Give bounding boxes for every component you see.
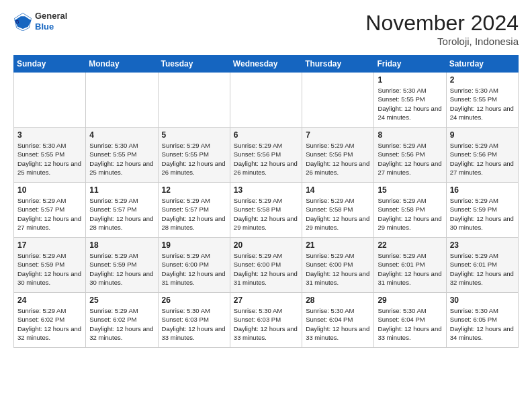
day-number: 1 [378, 75, 442, 85]
table-cell: 18Sunrise: 5:29 AM Sunset: 5:59 PM Dayli… [86, 238, 158, 293]
day-info: Sunrise: 5:30 AM Sunset: 5:55 PM Dayligh… [17, 141, 82, 177]
day-number: 27 [234, 295, 298, 305]
table-cell: 28Sunrise: 5:30 AM Sunset: 6:04 PM Dayli… [302, 293, 374, 348]
day-number: 5 [162, 130, 226, 140]
day-number: 19 [162, 240, 226, 250]
table-cell: 27Sunrise: 5:30 AM Sunset: 6:03 PM Dayli… [230, 293, 302, 348]
table-cell: 21Sunrise: 5:29 AM Sunset: 6:00 PM Dayli… [302, 238, 374, 293]
day-info: Sunrise: 5:30 AM Sunset: 5:55 PM Dayligh… [378, 86, 442, 122]
day-info: Sunrise: 5:29 AM Sunset: 5:55 PM Dayligh… [162, 141, 226, 177]
week-row-0: 1Sunrise: 5:30 AM Sunset: 5:55 PM Daylig… [14, 73, 519, 128]
table-cell: 13Sunrise: 5:29 AM Sunset: 5:58 PM Dayli… [230, 183, 302, 238]
day-number: 29 [378, 295, 442, 305]
day-number: 6 [234, 130, 298, 140]
day-info: Sunrise: 5:30 AM Sunset: 6:03 PM Dayligh… [162, 306, 226, 342]
header-thursday: Thursday [302, 56, 374, 73]
day-info: Sunrise: 5:29 AM Sunset: 5:58 PM Dayligh… [234, 196, 298, 232]
table-cell: 23Sunrise: 5:29 AM Sunset: 6:01 PM Dayli… [446, 238, 518, 293]
table-cell: 24Sunrise: 5:29 AM Sunset: 6:02 PM Dayli… [14, 293, 86, 348]
month-title: November 2024 [365, 11, 519, 36]
day-number: 17 [17, 240, 82, 250]
table-cell: 4Sunrise: 5:30 AM Sunset: 5:55 PM Daylig… [86, 128, 158, 183]
day-number: 2 [450, 75, 515, 85]
table-cell: 9Sunrise: 5:29 AM Sunset: 5:56 PM Daylig… [446, 128, 518, 183]
logo-text: General Blue [35, 11, 67, 32]
day-number: 14 [306, 185, 370, 195]
day-info: Sunrise: 5:29 AM Sunset: 5:59 PM Dayligh… [17, 251, 82, 287]
table-cell: 30Sunrise: 5:30 AM Sunset: 6:05 PM Dayli… [446, 293, 518, 348]
table-cell: 15Sunrise: 5:29 AM Sunset: 5:58 PM Dayli… [374, 183, 446, 238]
day-info: Sunrise: 5:29 AM Sunset: 6:01 PM Dayligh… [378, 251, 442, 287]
svg-text:G: G [15, 19, 19, 24]
day-number: 13 [234, 185, 298, 195]
table-cell: 10Sunrise: 5:29 AM Sunset: 5:57 PM Dayli… [14, 183, 86, 238]
header: G General Blue November 2024 Toroloji, I… [13, 11, 519, 47]
day-info: Sunrise: 5:29 AM Sunset: 5:59 PM Dayligh… [450, 196, 515, 232]
header-saturday: Saturday [446, 56, 518, 73]
week-row-2: 10Sunrise: 5:29 AM Sunset: 5:57 PM Dayli… [14, 183, 519, 238]
table-cell: 6Sunrise: 5:29 AM Sunset: 5:56 PM Daylig… [230, 128, 302, 183]
calendar-table: Sunday Monday Tuesday Wednesday Thursday… [13, 55, 519, 348]
table-cell: 12Sunrise: 5:29 AM Sunset: 5:57 PM Dayli… [158, 183, 230, 238]
location: Toroloji, Indonesia [365, 36, 519, 47]
day-number: 28 [306, 295, 370, 305]
day-info: Sunrise: 5:30 AM Sunset: 6:05 PM Dayligh… [450, 306, 515, 342]
day-info: Sunrise: 5:30 AM Sunset: 6:03 PM Dayligh… [234, 306, 298, 342]
day-info: Sunrise: 5:30 AM Sunset: 5:55 PM Dayligh… [89, 141, 154, 177]
table-cell: 7Sunrise: 5:29 AM Sunset: 5:56 PM Daylig… [302, 128, 374, 183]
day-info: Sunrise: 5:29 AM Sunset: 6:00 PM Dayligh… [234, 251, 298, 287]
table-cell: 11Sunrise: 5:29 AM Sunset: 5:57 PM Dayli… [86, 183, 158, 238]
header-monday: Monday [86, 56, 158, 73]
day-info: Sunrise: 5:29 AM Sunset: 6:02 PM Dayligh… [17, 306, 82, 342]
day-number: 7 [306, 130, 370, 140]
table-cell [86, 73, 158, 128]
day-info: Sunrise: 5:29 AM Sunset: 5:56 PM Dayligh… [306, 141, 370, 177]
day-number: 3 [17, 130, 82, 140]
day-info: Sunrise: 5:29 AM Sunset: 5:59 PM Dayligh… [89, 251, 154, 287]
day-info: Sunrise: 5:29 AM Sunset: 6:01 PM Dayligh… [450, 251, 515, 287]
header-friday: Friday [374, 56, 446, 73]
logo-icon: G [13, 12, 32, 31]
page: G General Blue November 2024 Toroloji, I… [0, 0, 532, 359]
logo-blue: Blue [35, 21, 67, 32]
day-info: Sunrise: 5:29 AM Sunset: 5:56 PM Dayligh… [378, 141, 442, 177]
table-cell: 25Sunrise: 5:29 AM Sunset: 6:02 PM Dayli… [86, 293, 158, 348]
day-info: Sunrise: 5:29 AM Sunset: 5:57 PM Dayligh… [89, 196, 154, 232]
day-info: Sunrise: 5:29 AM Sunset: 6:00 PM Dayligh… [306, 251, 370, 287]
day-number: 12 [162, 185, 226, 195]
day-info: Sunrise: 5:29 AM Sunset: 5:56 PM Dayligh… [234, 141, 298, 177]
table-cell: 1Sunrise: 5:30 AM Sunset: 5:55 PM Daylig… [374, 73, 446, 128]
day-info: Sunrise: 5:30 AM Sunset: 6:04 PM Dayligh… [378, 306, 442, 342]
week-row-4: 24Sunrise: 5:29 AM Sunset: 6:02 PM Dayli… [14, 293, 519, 348]
day-info: Sunrise: 5:29 AM Sunset: 6:00 PM Dayligh… [162, 251, 226, 287]
day-number: 9 [450, 130, 515, 140]
table-cell: 14Sunrise: 5:29 AM Sunset: 5:58 PM Dayli… [302, 183, 374, 238]
day-number: 11 [89, 185, 154, 195]
day-number: 30 [450, 295, 515, 305]
table-cell: 17Sunrise: 5:29 AM Sunset: 5:59 PM Dayli… [14, 238, 86, 293]
table-cell: 3Sunrise: 5:30 AM Sunset: 5:55 PM Daylig… [14, 128, 86, 183]
table-cell: 29Sunrise: 5:30 AM Sunset: 6:04 PM Dayli… [374, 293, 446, 348]
day-info: Sunrise: 5:30 AM Sunset: 5:55 PM Dayligh… [450, 86, 515, 122]
day-number: 21 [306, 240, 370, 250]
table-cell [158, 73, 230, 128]
week-row-1: 3Sunrise: 5:30 AM Sunset: 5:55 PM Daylig… [14, 128, 519, 183]
week-row-3: 17Sunrise: 5:29 AM Sunset: 5:59 PM Dayli… [14, 238, 519, 293]
day-number: 4 [89, 130, 154, 140]
logo-general: General [35, 11, 67, 21]
day-number: 18 [89, 240, 154, 250]
day-number: 20 [234, 240, 298, 250]
day-info: Sunrise: 5:29 AM Sunset: 5:57 PM Dayligh… [162, 196, 226, 232]
table-cell [14, 73, 86, 128]
day-number: 16 [450, 185, 515, 195]
table-cell: 20Sunrise: 5:29 AM Sunset: 6:00 PM Dayli… [230, 238, 302, 293]
table-cell: 16Sunrise: 5:29 AM Sunset: 5:59 PM Dayli… [446, 183, 518, 238]
day-number: 23 [450, 240, 515, 250]
day-info: Sunrise: 5:29 AM Sunset: 5:58 PM Dayligh… [306, 196, 370, 232]
day-info: Sunrise: 5:29 AM Sunset: 5:56 PM Dayligh… [450, 141, 515, 177]
logo: G General Blue [13, 11, 67, 32]
table-cell: 19Sunrise: 5:29 AM Sunset: 6:00 PM Dayli… [158, 238, 230, 293]
header-wednesday: Wednesday [230, 56, 302, 73]
day-info: Sunrise: 5:30 AM Sunset: 6:04 PM Dayligh… [306, 306, 370, 342]
day-number: 25 [89, 295, 154, 305]
